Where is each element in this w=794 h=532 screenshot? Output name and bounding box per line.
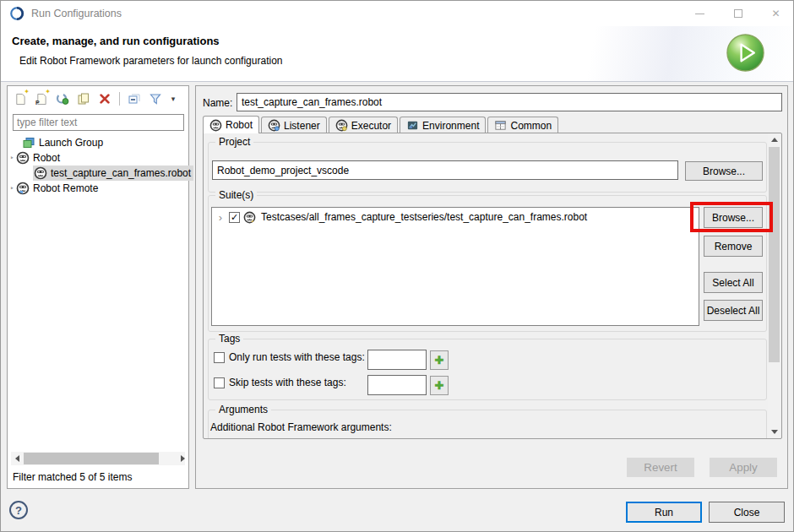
suite-path: Testcases/all_frames_capture_testseries/… xyxy=(261,211,587,223)
prototype-p-icon: P xyxy=(35,100,40,106)
new-configuration-button[interactable]: ✦ xyxy=(12,90,29,107)
project-browse-button[interactable]: Browse... xyxy=(685,161,763,181)
suite-list: › ✓ Testcases/all_frames_capture_testser… xyxy=(211,207,699,326)
tab-common[interactable]: Common xyxy=(487,117,558,133)
suite-checkbox[interactable]: ✓ xyxy=(229,212,240,223)
launch-group-icon xyxy=(22,136,35,149)
skip-tags-label: Skip tests with these tags: xyxy=(229,377,346,388)
arguments-label: Additional Robot Framework arguments: xyxy=(210,421,392,433)
run-configurations-dialog: Run Configurations Create, manage, and r… xyxy=(0,0,794,532)
revert-button: Revert xyxy=(627,458,694,477)
sidebar-horizontal-scrollbar[interactable] xyxy=(11,452,185,465)
config-tree: Launch Group ‣ Robot test_capture_can_fr… xyxy=(8,135,188,196)
deselect-all-button[interactable]: Deselect All xyxy=(704,300,763,321)
skip-tags-checkbox[interactable] xyxy=(214,377,225,388)
duplicate-button[interactable] xyxy=(75,90,92,107)
launch-toolbar: ✦ P ✦ xyxy=(12,89,178,109)
robot-remote-icon xyxy=(16,182,30,195)
common-table-icon xyxy=(494,119,507,132)
tab-label: Robot xyxy=(226,119,253,131)
only-tags-checkbox[interactable] xyxy=(214,352,225,363)
tree-item-launch-group[interactable]: Launch Group xyxy=(8,135,188,150)
robot-icon xyxy=(16,151,30,165)
filter-input[interactable] xyxy=(13,114,184,131)
filter-button[interactable] xyxy=(147,90,164,107)
only-tags-add-button[interactable]: ✚ xyxy=(430,350,449,370)
apply-button: Apply xyxy=(710,458,777,477)
name-input[interactable] xyxy=(237,93,782,111)
project-group-label: Project xyxy=(215,136,253,148)
expand-chevron-icon[interactable]: › xyxy=(215,211,226,224)
plus-icon: ✚ xyxy=(435,354,444,366)
tree-item-test-capture[interactable]: test_capture_can_frames.robot xyxy=(8,166,188,181)
name-label: Name: xyxy=(203,97,232,109)
export-configurations-button[interactable] xyxy=(54,90,71,107)
scroll-up-icon[interactable] xyxy=(768,133,780,146)
window-titlebar: Run Configurations xyxy=(1,1,794,26)
expander-icon[interactable]: ‣ xyxy=(8,155,16,162)
arguments-group-label: Arguments xyxy=(215,404,271,415)
tab-listener[interactable]: Listener xyxy=(261,117,327,133)
content-vertical-scrollbar[interactable] xyxy=(768,133,780,438)
expander-icon[interactable]: ‣ xyxy=(8,185,16,193)
only-tags-label: Only run tests with these tags: xyxy=(229,351,365,363)
tags-group-label: Tags xyxy=(215,333,243,345)
new-star-icon: ✦ xyxy=(24,88,30,95)
tags-group: Tags Only run tests with these tags: ✚ S… xyxy=(208,339,767,400)
tab-bar: Robot Listener Executor E xyxy=(203,117,560,133)
tab-label: Executor xyxy=(351,120,391,132)
collapse-all-button[interactable] xyxy=(126,90,143,107)
suite-row[interactable]: › ✓ Testcases/all_frames_capture_testser… xyxy=(212,208,699,226)
run-button[interactable]: Run xyxy=(626,502,702,523)
skip-tags-add-button[interactable]: ✚ xyxy=(430,376,449,395)
scroll-down-icon[interactable] xyxy=(768,426,780,438)
scroll-left-icon[interactable] xyxy=(11,452,23,465)
scroll-right-icon[interactable] xyxy=(173,452,185,465)
project-input[interactable] xyxy=(212,160,678,180)
help-button[interactable]: ? xyxy=(9,501,28,519)
delete-button[interactable] xyxy=(96,90,113,107)
project-group: Project Browse... xyxy=(208,142,767,193)
select-all-button[interactable]: Select All xyxy=(704,272,763,293)
eclipse-logo-icon xyxy=(9,6,24,21)
skip-tags-input[interactable] xyxy=(367,375,427,395)
minimize-button[interactable] xyxy=(681,1,719,26)
suites-group-label: Suite(s) xyxy=(215,189,257,201)
suite-robot-icon xyxy=(243,211,256,224)
main-panel: Name: Robot Listener Executor xyxy=(195,85,788,489)
new-star-icon: ✦ xyxy=(45,88,51,95)
page-title: Create, manage, and run configurations xyxy=(12,35,220,47)
window-title: Run Configurations xyxy=(31,8,122,19)
tab-label: Common xyxy=(510,120,552,132)
executor-robot-icon xyxy=(335,119,348,132)
tree-item-label: Robot Remote xyxy=(33,182,98,194)
tree-item-label: Launch Group xyxy=(39,137,103,149)
scrollbar-thumb[interactable] xyxy=(24,453,159,464)
maximize-button[interactable] xyxy=(719,1,757,26)
check-icon: ✓ xyxy=(231,213,238,221)
toolbar-menu-button[interactable]: ▾ xyxy=(168,90,178,107)
tree-item-robot[interactable]: ‣ Robot xyxy=(8,150,188,166)
tree-item-label: test_capture_can_frames.robot xyxy=(51,167,191,179)
robot-tab-content: Project Browse... Suite(s) › ✓ Testcases… xyxy=(203,133,782,439)
tab-environment[interactable]: Environment xyxy=(400,117,486,133)
only-tags-input[interactable] xyxy=(367,350,427,370)
header-banner: Create, manage, and run configurations E… xyxy=(1,26,794,82)
tab-label: Listener xyxy=(284,120,320,132)
plus-icon: ✚ xyxy=(435,379,444,392)
arguments-group: Arguments Additional Robot Framework arg… xyxy=(208,410,767,439)
toolbar-separator xyxy=(119,92,120,106)
close-dialog-button[interactable]: Close xyxy=(709,502,785,523)
environment-icon xyxy=(406,119,419,132)
tree-item-robot-remote[interactable]: ‣ Robot Remote xyxy=(8,181,188,196)
suites-group: Suite(s) › ✓ Testcases/all_frames_captur… xyxy=(208,195,767,332)
tab-executor[interactable]: Executor xyxy=(329,117,398,133)
robot-icon xyxy=(34,166,47,180)
tab-robot[interactable]: Robot xyxy=(203,116,259,133)
close-window-button[interactable] xyxy=(757,1,794,26)
remove-button[interactable]: Remove xyxy=(704,236,763,257)
scrollbar-thumb[interactable] xyxy=(769,147,780,362)
new-prototype-button[interactable]: P ✦ xyxy=(33,90,50,107)
tree-item-label: Robot xyxy=(33,152,60,164)
suites-browse-button[interactable]: Browse... xyxy=(704,207,763,228)
